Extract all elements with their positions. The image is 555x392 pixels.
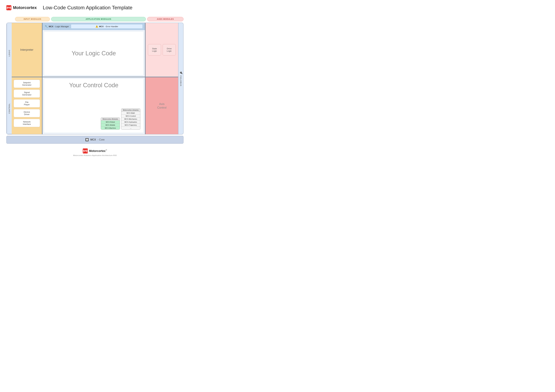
drive-logic-text: Drive Logic [167,47,172,52]
mcx-math-row: MCX-Math [121,112,140,114]
footer: Motorcortex™ Motorcortex-Robotics-Applic… [3,149,187,156]
warning-icon: ⚠️ [95,25,98,28]
mcx-hydraulics-row: MCX-Hydraulics [121,121,140,124]
mcx-mechanics-row: MCX-Mechanics [121,118,140,121]
app-logic-panel: 🔧 MCX - Logic Manager ⚠️ MCX - Error Han… [43,23,145,77]
drive-logic-box: Drive Logic [163,44,176,56]
column-headers: INPUT MODULES APPLICATION MODULES AXES M… [15,17,183,21]
logo-container: Motorcortex [6,5,37,10]
axis-control-panel: Axis Control [145,77,178,134]
control-label: CONTROL [7,83,12,134]
device-driver-box: Device Driver [14,109,40,117]
network-interface-box: Network Interface [14,119,40,127]
axis-control-box: Axis Control [157,102,167,109]
mcx-mobile-row: MCX-Mobile [101,124,120,127]
axes-logic-panel: State Logic Drive Logic [145,23,178,77]
signal-generator-box: Signal Generator [14,89,40,98]
fieldbus-label-panel: 🔌 FIELDBUS [178,23,183,134]
side-labels-left: LOGIC CONTROL [7,23,12,134]
logic-code-area: Your Logic Code [44,31,144,75]
logic-label: LOGIC [7,23,12,83]
column-header-input: INPUT MODULES [15,17,50,21]
motorcortex-logo-icon [6,5,11,10]
state-logic-text: State Logic [152,47,157,52]
page-title: Low-Code Custom Application Template [43,5,132,11]
column-header-axes: AXES MODULES [147,17,183,21]
control-modules-bottom: Motorcortex-Modules MCX-Robot MCX-Mobile… [101,108,140,130]
footer-logo: Motorcortex™ [83,149,107,153]
mcx-logic-manager: 🔧 MCX - Logic Manager [45,25,69,28]
fieldbus-icon: 🔌 [179,71,183,74]
mcx-control-row: MCX-Control [121,114,140,118]
control-section: Setpoint Generator Signal Generator File… [12,77,178,134]
mcx-machine-row: MCX-Machine [101,127,120,129]
core-label: - Core [98,138,105,141]
footer-logo-icon [83,149,88,153]
motorcortex-libraries-table: Motorcortex-Libraries MCX-Math MCX-Contr… [121,108,140,130]
logo-text: Motorcortex [13,5,37,10]
chip-icon: 🔲 [85,138,89,142]
modules-header: Motorcortex-Modules [101,118,120,121]
mcx-core-bar: 🔲 MCX - Core [6,136,183,144]
setpoint-generator-box: Setpoint Generator [14,80,40,88]
interpreter-box: Interpreter [17,45,37,55]
column-header-app: APPLICATION MODULES [51,17,146,21]
control-code-area: Your Control Code Motorcortex-Modules MC… [44,78,144,133]
diagram-wrapper: INPUT MODULES APPLICATION MODULES AXES M… [3,17,187,144]
file-player-box: File Player [14,99,40,107]
logic-section: Interpreter 🔧 MCX - Logic Manager ⚠️ [12,23,178,77]
main-diagram: LOGIC CONTROL Interpreter 🔧 [6,23,183,135]
interpreter-panel: Interpreter [12,23,43,77]
fieldbus-label: FIELDBUS [180,76,182,86]
motorcortex-modules-table: Motorcortex-Modules MCX-Robot MCX-Mobile… [101,117,120,130]
control-app-panel: Your Control Code Motorcortex-Modules MC… [43,77,145,134]
logic-code-text: Your Logic Code [72,50,116,57]
mcx-robot-row: MCX-Robot [101,121,120,124]
error-handler-box: ⚠️ MCX - Error Handler [71,24,143,29]
state-logic-box: State Logic [148,44,161,56]
libraries-ellipsis-row: ... [121,127,140,129]
input-modules-panel: Setpoint Generator Signal Generator File… [12,77,43,134]
diagram-rows: Interpreter 🔧 MCX - Logic Manager ⚠️ [12,23,178,134]
person-icon: 🔧 [45,25,48,28]
mcx-core-label: MCX [90,138,96,141]
inner-content: Interpreter 🔧 MCX - Logic Manager ⚠️ [12,23,178,134]
logic-top-bar: 🔧 MCX - Logic Manager ⚠️ MCX - Error Han… [43,23,145,30]
control-code-text: Your Control Code [47,82,140,89]
footer-logo-text: Motorcortex™ [89,149,107,153]
page-header: Motorcortex Low-Code Custom Application … [3,3,187,12]
footer-subtitle: Motorcortex-Robotics-Application-Archite… [73,154,117,156]
libraries-header: Motorcortex-Libraries [121,109,140,112]
mcx-trajectory-row: MCX-Trajectory [121,124,140,127]
